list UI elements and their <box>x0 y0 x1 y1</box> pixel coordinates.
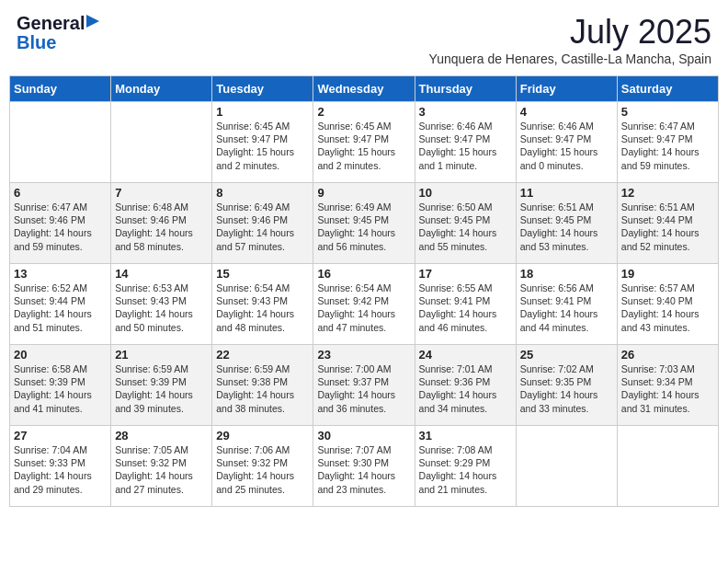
logo-triangle-icon <box>86 15 99 31</box>
calendar-day-cell: 10 Sunrise: 6:50 AM Sunset: 9:45 PM Dayl… <box>415 183 516 264</box>
day-number: 26 <box>621 348 714 362</box>
day-number: 13 <box>14 267 107 281</box>
sunset-text: Sunset: 9:35 PM <box>520 376 592 387</box>
sunset-text: Sunset: 9:45 PM <box>317 214 389 225</box>
calendar-day-cell: 29 Sunrise: 7:06 AM Sunset: 9:32 PM Dayl… <box>212 426 313 507</box>
daylight-text: Daylight: 14 hours and 53 minutes. <box>520 227 598 251</box>
day-info: Sunrise: 6:58 AM Sunset: 9:39 PM Dayligh… <box>14 362 107 415</box>
weekday-header-wednesday: Wednesday <box>313 76 415 102</box>
calendar-week-3: 13 Sunrise: 6:52 AM Sunset: 9:44 PM Dayl… <box>10 264 719 345</box>
daylight-text: Daylight: 15 hours and 1 minute. <box>419 146 497 170</box>
sunrise-text: Sunrise: 7:05 AM <box>115 444 188 455</box>
calendar-day-cell: 8 Sunrise: 6:49 AM Sunset: 9:46 PM Dayli… <box>212 183 313 264</box>
sunrise-text: Sunrise: 6:49 AM <box>216 201 290 213</box>
calendar-day-cell: 12 Sunrise: 6:51 AM Sunset: 9:44 PM Dayl… <box>617 183 718 264</box>
daylight-text: Daylight: 14 hours and 52 minutes. <box>621 227 700 251</box>
sunrise-text: Sunrise: 6:50 AM <box>419 201 493 213</box>
day-info: Sunrise: 7:02 AM Sunset: 9:35 PM Dayligh… <box>520 362 613 415</box>
weekday-header-monday: Monday <box>111 76 212 102</box>
day-info: Sunrise: 7:05 AM Sunset: 9:32 PM Dayligh… <box>115 443 208 496</box>
day-number: 14 <box>115 267 208 281</box>
weekday-header-sunday: Sunday <box>10 76 111 102</box>
day-info: Sunrise: 6:51 AM Sunset: 9:44 PM Dayligh… <box>621 201 714 253</box>
calendar-day-cell: 20 Sunrise: 6:58 AM Sunset: 9:39 PM Dayl… <box>10 345 111 426</box>
sunrise-text: Sunrise: 6:58 AM <box>14 363 87 374</box>
day-number: 3 <box>419 105 512 119</box>
sunset-text: Sunset: 9:41 PM <box>520 295 592 306</box>
day-number: 10 <box>419 186 512 200</box>
sunset-text: Sunset: 9:43 PM <box>216 295 288 306</box>
sunrise-text: Sunrise: 6:52 AM <box>14 282 87 293</box>
weekday-header-tuesday: Tuesday <box>212 76 313 102</box>
daylight-text: Daylight: 14 hours and 34 minutes. <box>419 389 497 413</box>
day-info: Sunrise: 6:52 AM Sunset: 9:44 PM Dayligh… <box>14 282 107 334</box>
svg-marker-0 <box>86 15 99 28</box>
calendar-day-cell: 17 Sunrise: 6:55 AM Sunset: 9:41 PM Dayl… <box>415 264 516 345</box>
sunset-text: Sunset: 9:45 PM <box>520 214 592 225</box>
calendar-day-cell: 26 Sunrise: 7:03 AM Sunset: 9:34 PM Dayl… <box>617 345 718 426</box>
daylight-text: Daylight: 14 hours and 51 minutes. <box>14 308 92 332</box>
day-number: 28 <box>115 429 208 442</box>
day-number: 30 <box>317 429 410 442</box>
day-info: Sunrise: 7:01 AM Sunset: 9:36 PM Dayligh… <box>419 362 512 415</box>
sunset-text: Sunset: 9:33 PM <box>14 457 85 468</box>
sunset-text: Sunset: 9:41 PM <box>419 295 491 306</box>
daylight-text: Daylight: 14 hours and 41 minutes. <box>14 389 92 413</box>
day-info: Sunrise: 6:46 AM Sunset: 9:47 PM Dayligh… <box>419 120 512 172</box>
calendar-day-cell <box>516 426 617 507</box>
calendar-day-cell: 19 Sunrise: 6:57 AM Sunset: 9:40 PM Dayl… <box>617 264 718 345</box>
day-info: Sunrise: 6:46 AM Sunset: 9:47 PM Dayligh… <box>520 120 613 172</box>
sunrise-text: Sunrise: 7:08 AM <box>419 444 493 455</box>
day-number: 12 <box>621 186 714 200</box>
sunset-text: Sunset: 9:46 PM <box>14 214 85 225</box>
daylight-text: Daylight: 14 hours and 33 minutes. <box>520 389 598 413</box>
daylight-text: Daylight: 15 hours and 0 minutes. <box>520 146 598 170</box>
sunrise-text: Sunrise: 7:01 AM <box>419 363 493 374</box>
sunrise-text: Sunrise: 6:59 AM <box>216 363 290 374</box>
sunrise-text: Sunrise: 6:45 AM <box>216 121 290 132</box>
sunset-text: Sunset: 9:43 PM <box>115 295 187 306</box>
daylight-text: Daylight: 14 hours and 36 minutes. <box>317 389 395 413</box>
day-number: 25 <box>520 348 613 362</box>
sunrise-text: Sunrise: 6:46 AM <box>419 121 493 132</box>
calendar-day-cell: 24 Sunrise: 7:01 AM Sunset: 9:36 PM Dayl… <box>415 345 516 426</box>
sunset-text: Sunset: 9:47 PM <box>317 133 389 144</box>
daylight-text: Daylight: 14 hours and 57 minutes. <box>216 227 294 251</box>
day-number: 1 <box>216 105 309 119</box>
day-info: Sunrise: 6:54 AM Sunset: 9:42 PM Dayligh… <box>317 282 410 334</box>
day-info: Sunrise: 6:51 AM Sunset: 9:45 PM Dayligh… <box>520 201 613 253</box>
location: Yunquera de Henares, Castille-La Mancha,… <box>429 52 711 66</box>
day-info: Sunrise: 7:03 AM Sunset: 9:34 PM Dayligh… <box>621 362 714 415</box>
daylight-text: Daylight: 14 hours and 23 minutes. <box>317 470 395 494</box>
day-number: 2 <box>317 105 410 119</box>
sunrise-text: Sunrise: 7:03 AM <box>621 363 695 374</box>
sunset-text: Sunset: 9:38 PM <box>216 376 288 387</box>
sunrise-text: Sunrise: 6:53 AM <box>115 282 188 293</box>
day-number: 7 <box>115 186 208 200</box>
daylight-text: Daylight: 14 hours and 21 minutes. <box>419 470 497 494</box>
day-info: Sunrise: 6:55 AM Sunset: 9:41 PM Dayligh… <box>419 282 512 334</box>
sunset-text: Sunset: 9:44 PM <box>14 295 85 306</box>
sunrise-text: Sunrise: 6:54 AM <box>216 282 290 293</box>
calendar-day-cell: 21 Sunrise: 6:59 AM Sunset: 9:39 PM Dayl… <box>111 345 212 426</box>
daylight-text: Daylight: 15 hours and 2 minutes. <box>317 146 395 170</box>
logo-blue: Blue <box>17 32 56 53</box>
calendar-day-cell: 16 Sunrise: 6:54 AM Sunset: 9:42 PM Dayl… <box>313 264 415 345</box>
sunrise-text: Sunrise: 6:51 AM <box>520 201 594 213</box>
daylight-text: Daylight: 15 hours and 2 minutes. <box>216 146 294 170</box>
day-info: Sunrise: 6:49 AM Sunset: 9:46 PM Dayligh… <box>216 201 309 253</box>
sunset-text: Sunset: 9:42 PM <box>317 295 389 306</box>
calendar-day-cell: 11 Sunrise: 6:51 AM Sunset: 9:45 PM Dayl… <box>516 183 617 264</box>
calendar-week-1: 1 Sunrise: 6:45 AM Sunset: 9:47 PM Dayli… <box>10 102 719 183</box>
sunset-text: Sunset: 9:47 PM <box>419 133 491 144</box>
sunrise-text: Sunrise: 6:47 AM <box>621 121 695 132</box>
sunset-text: Sunset: 9:45 PM <box>419 214 491 225</box>
logo-general: General <box>17 13 85 34</box>
day-info: Sunrise: 6:48 AM Sunset: 9:46 PM Dayligh… <box>115 201 208 253</box>
sunrise-text: Sunrise: 6:56 AM <box>520 282 594 293</box>
daylight-text: Daylight: 14 hours and 47 minutes. <box>317 308 395 332</box>
calendar-day-cell: 2 Sunrise: 6:45 AM Sunset: 9:47 PM Dayli… <box>313 102 415 183</box>
day-number: 22 <box>216 348 309 362</box>
calendar-day-cell: 22 Sunrise: 6:59 AM Sunset: 9:38 PM Dayl… <box>212 345 313 426</box>
sunrise-text: Sunrise: 6:47 AM <box>14 201 87 213</box>
